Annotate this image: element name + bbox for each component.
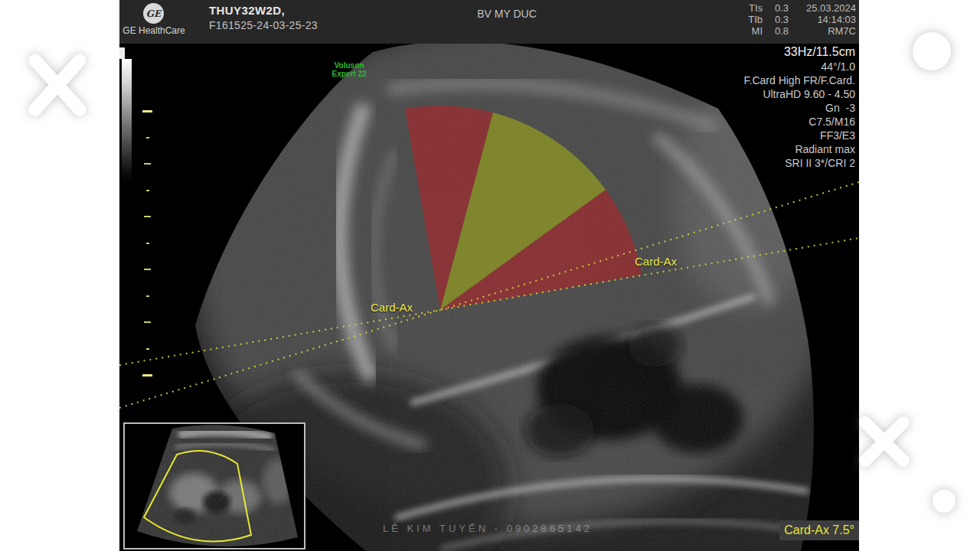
ruler-major-tick	[142, 110, 152, 112]
ti-row: MI 0.8	[737, 25, 798, 37]
ruler-tick	[144, 269, 151, 270]
ultrasound-screen: GE GE HealthCare THUY32W2D, F161525-24-0…	[119, 0, 859, 551]
patient-id: F161525-24-03-25-23	[209, 19, 318, 31]
brand-name: GE HealthCare	[119, 25, 188, 36]
ruler-tick	[146, 190, 149, 191]
datetime-block: 25.03.2024 14:14:03 RM7C	[806, 2, 856, 37]
param-freq-depth: 33Hz/11.5cm	[744, 44, 855, 60]
corner-marker	[119, 47, 125, 59]
exam-time: 14:14:03	[806, 14, 856, 25]
header-bar: GE GE HealthCare THUY32W2D, F161525-24-0…	[119, 0, 859, 44]
clinic-watermark-text: LÊ KIM TUYẾN - 0902865142	[383, 523, 593, 534]
cardax-result-badge: Card-Ax 7.5°	[779, 520, 859, 540]
ruler-tick	[146, 348, 149, 350]
thumbnail-image	[125, 424, 304, 548]
acquisition-params: 33Hz/11.5cm 44°/1.0 F.Card High FR/F.Car…	[744, 44, 855, 170]
ti-value: 0.8	[763, 25, 789, 37]
x-mark-bottom-right	[854, 412, 914, 471]
param-line: 44°/1.0	[744, 60, 855, 73]
probe-name: RM7C	[806, 25, 856, 37]
voluson-logo-line2: Expert 22	[322, 70, 377, 78]
ruler-tick	[146, 137, 149, 139]
scan-area: Voluson Expert 22 33Hz/11.5cm 44°/1.0 F.…	[119, 44, 859, 551]
x-mark-left	[23, 47, 92, 122]
ti-label: TIs	[737, 2, 763, 14]
patient-name: THUY32W2D,	[209, 4, 285, 17]
ti-label: TIb	[737, 14, 763, 25]
ti-row: TIs 0.3	[737, 2, 798, 14]
ruler-tick	[146, 243, 149, 244]
param-line: C7.5/M16	[744, 115, 855, 129]
ruler-major-tick	[142, 374, 152, 377]
param-line: SRI II 3*/CRI 2	[744, 156, 855, 170]
ti-label: MI	[737, 25, 763, 37]
ruler-tick	[144, 163, 151, 165]
exam-date: 25.03.2024	[806, 2, 856, 14]
grayscale-bar	[122, 59, 132, 183]
ti-value: 0.3	[763, 14, 789, 25]
ruler-tick	[146, 295, 149, 297]
hospital-name: BV MY DUC	[477, 8, 537, 20]
ti-value: 0.3	[763, 2, 789, 14]
cardax-label-left[interactable]: Card-Ax	[371, 301, 413, 314]
ge-logo-icon: GE	[143, 3, 164, 24]
circle-mark-top-right	[913, 32, 951, 70]
circle-mark-bottom-right	[933, 490, 956, 513]
cardax-label-right[interactable]: Card-Ax	[635, 255, 677, 268]
ruler-tick	[144, 216, 151, 217]
param-line: Radiant max	[744, 142, 855, 156]
thumbnail-preview[interactable]	[123, 422, 305, 549]
ti-row: TIb 0.3	[737, 14, 798, 25]
param-line: F.Card High FR/F.Card.	[744, 73, 855, 87]
param-line: Gn -3	[744, 101, 855, 115]
ruler-tick	[144, 321, 151, 323]
voluson-logo: Voluson Expert 22	[322, 61, 377, 78]
thermal-index-block: TIs 0.3 TIb 0.3 MI 0.8	[737, 2, 798, 37]
voluson-logo-line1: Voluson	[322, 61, 377, 70]
param-line: UltraHD 9.60 - 4.50	[744, 87, 855, 101]
param-line: FF3/E3	[744, 129, 855, 142]
